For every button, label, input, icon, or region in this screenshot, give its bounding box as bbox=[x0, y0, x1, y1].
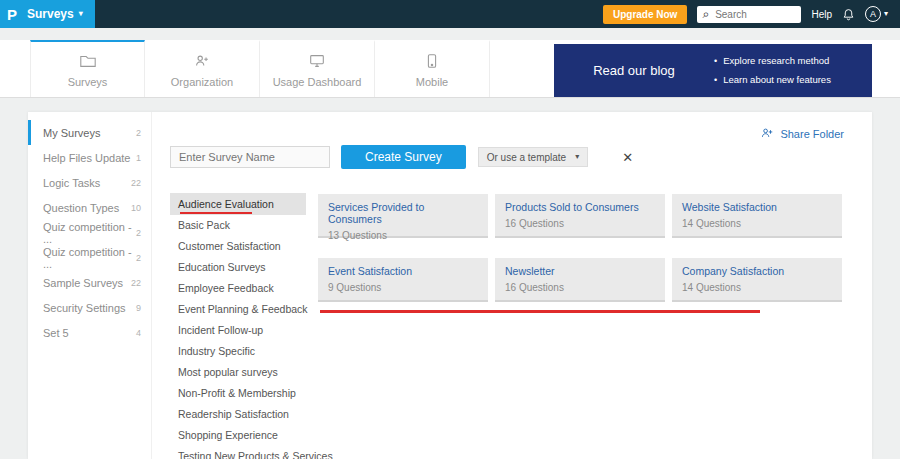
blog-banner[interactable]: Read our blog •Explore research method •… bbox=[554, 44, 872, 97]
banner-bullet: •Explore research method bbox=[714, 52, 831, 70]
folder-count: 2 bbox=[136, 228, 141, 238]
category-basic-pack[interactable]: Basic Pack bbox=[170, 215, 306, 236]
app-logo: P bbox=[0, 6, 24, 23]
template-card[interactable]: Products Sold to Consumers 16 Questions bbox=[495, 194, 665, 238]
tab-mobile[interactable]: Mobile bbox=[375, 40, 490, 97]
template-title: Products Sold to Consumers bbox=[505, 201, 655, 213]
template-title: Event Satisfaction bbox=[328, 265, 478, 277]
category-customer-satisfaction[interactable]: Customer Satisfaction bbox=[170, 236, 306, 257]
folder-count: 9 bbox=[136, 303, 141, 313]
main-panel: My Surveys 2 Help Files Update 1 Logic T… bbox=[28, 112, 872, 459]
template-title: Company Satisfaction bbox=[682, 265, 832, 277]
blog-banner-title: Read our blog bbox=[554, 63, 714, 78]
folder-count: 4 bbox=[136, 328, 141, 338]
tab-label: Organization bbox=[171, 76, 233, 88]
category-shopping-experience[interactable]: Shopping Experience bbox=[170, 425, 306, 446]
folder-count: 22 bbox=[131, 178, 141, 188]
category-incident-follow-up[interactable]: Incident Follow-up bbox=[170, 320, 306, 341]
top-bar-actions: Upgrade Now ⌕ Help A ▾ bbox=[603, 5, 900, 24]
tab-surveys[interactable]: Surveys bbox=[30, 40, 145, 97]
account-menu[interactable]: A ▾ bbox=[865, 6, 888, 22]
template-title: Newsletter bbox=[505, 265, 655, 277]
notification-bell-icon[interactable] bbox=[842, 8, 855, 21]
search-box[interactable]: ⌕ bbox=[697, 6, 801, 23]
template-question-count: 14 Questions bbox=[682, 282, 832, 293]
folder-icon bbox=[79, 52, 97, 70]
surveys-app-menu[interactable]: Surveys ▾ bbox=[27, 7, 83, 21]
create-survey-row: Create Survey Or use a template ▾ ✕ bbox=[170, 145, 633, 169]
template-card[interactable]: Newsletter 16 Questions bbox=[495, 258, 665, 302]
template-category-list: Audience Evaluation Basic Pack Customer … bbox=[170, 193, 306, 459]
tab-organization[interactable]: Organization bbox=[145, 40, 260, 97]
folder-count: 2 bbox=[136, 253, 141, 263]
folder-count: 22 bbox=[131, 278, 141, 288]
bullet-icon: • bbox=[714, 56, 717, 66]
tab-label: Usage Dashboard bbox=[273, 76, 362, 88]
main-content: Share Folder Create Survey Or use a temp… bbox=[152, 112, 872, 459]
sidebar-item-my-surveys[interactable]: My Surveys 2 bbox=[28, 120, 151, 145]
category-non-profit-membership[interactable]: Non-Profit & Membership bbox=[170, 383, 306, 404]
category-readership-satisfaction[interactable]: Readership Satisfaction bbox=[170, 404, 306, 425]
share-folder-button[interactable]: Share Folder bbox=[760, 126, 844, 142]
annotation-underline-category bbox=[180, 212, 252, 214]
template-title: Services Provided to Consumers bbox=[328, 201, 478, 225]
template-card[interactable]: Services Provided to Consumers 13 Questi… bbox=[318, 194, 488, 238]
template-question-count: 14 Questions bbox=[682, 218, 832, 229]
top-bar: P Surveys ▾ Upgrade Now ⌕ Help A ▾ bbox=[0, 0, 900, 28]
template-dropdown-label: Or use a template bbox=[487, 152, 566, 163]
sidebar-item-quiz-competition-2[interactable]: Quiz competition - ... 2 bbox=[28, 245, 151, 270]
avatar: A bbox=[865, 6, 881, 22]
category-event-planning-feedback[interactable]: Event Planning & Feedback bbox=[170, 299, 306, 320]
help-link[interactable]: Help bbox=[811, 9, 832, 20]
share-folder-icon bbox=[760, 126, 774, 142]
tab-label: Surveys bbox=[68, 76, 108, 88]
template-question-count: 16 Questions bbox=[505, 282, 655, 293]
surveys-app-menu-label: Surveys bbox=[27, 7, 74, 21]
sidebar-item-logic-tasks[interactable]: Logic Tasks 22 bbox=[28, 170, 151, 195]
search-icon: ⌕ bbox=[702, 8, 709, 20]
category-testing-new-products[interactable]: Testing New Products & Services bbox=[170, 446, 306, 459]
share-folder-label: Share Folder bbox=[780, 128, 844, 140]
sidebar-item-quiz-competition-1[interactable]: Quiz competition - ... 2 bbox=[28, 220, 151, 245]
template-title: Website Satisfaction bbox=[682, 201, 832, 213]
mobile-icon bbox=[423, 52, 441, 70]
template-card[interactable]: Event Satisfaction 9 Questions bbox=[318, 258, 488, 302]
search-input[interactable] bbox=[713, 8, 791, 21]
template-card[interactable]: Website Satisfaction 14 Questions bbox=[672, 194, 842, 238]
bullet-icon: • bbox=[714, 75, 717, 85]
close-icon[interactable]: ✕ bbox=[622, 150, 633, 165]
create-survey-button[interactable]: Create Survey bbox=[341, 145, 466, 169]
blog-banner-bullets: •Explore research method •Learn about ne… bbox=[714, 52, 831, 88]
chevron-down-icon: ▾ bbox=[575, 153, 579, 161]
app-brand[interactable]: P Surveys ▾ bbox=[0, 0, 95, 28]
sidebar-item-set-5[interactable]: Set 5 4 bbox=[28, 320, 151, 345]
folder-count: 1 bbox=[136, 153, 141, 163]
category-employee-feedback[interactable]: Employee Feedback bbox=[170, 278, 306, 299]
sidebar-item-help-files-update[interactable]: Help Files Update 1 bbox=[28, 145, 151, 170]
survey-name-input[interactable] bbox=[170, 146, 330, 168]
upgrade-now-button[interactable]: Upgrade Now bbox=[603, 5, 687, 24]
tab-usage-dashboard[interactable]: Usage Dashboard bbox=[260, 40, 375, 97]
category-most-popular-surveys[interactable]: Most popular surveys bbox=[170, 362, 306, 383]
template-question-count: 13 Questions bbox=[328, 230, 478, 241]
folders-sidebar: My Surveys 2 Help Files Update 1 Logic T… bbox=[28, 112, 152, 459]
template-question-count: 16 Questions bbox=[505, 218, 655, 229]
category-industry-specific[interactable]: Industry Specific bbox=[170, 341, 306, 362]
template-card[interactable]: Company Satisfaction 14 Questions bbox=[672, 258, 842, 302]
folder-count: 10 bbox=[131, 203, 141, 213]
banner-bullet: •Learn about new features bbox=[714, 71, 831, 89]
template-question-count: 9 Questions bbox=[328, 282, 478, 293]
sidebar-item-sample-surveys[interactable]: Sample Surveys 22 bbox=[28, 270, 151, 295]
sidebar-item-question-types[interactable]: Question Types 10 bbox=[28, 195, 151, 220]
sidebar-item-security-settings[interactable]: Security Settings 9 bbox=[28, 295, 151, 320]
template-dropdown[interactable]: Or use a template ▾ bbox=[478, 147, 589, 167]
template-cards-grid: Services Provided to Consumers 13 Questi… bbox=[318, 194, 842, 302]
secondary-nav: Surveys Organization Usage Dashboard bbox=[0, 40, 900, 98]
annotation-underline-cards bbox=[320, 310, 760, 313]
chevron-down-icon: ▾ bbox=[884, 10, 888, 18]
tab-label: Mobile bbox=[416, 76, 448, 88]
chevron-down-icon: ▾ bbox=[79, 10, 83, 18]
dashboard-icon bbox=[308, 52, 326, 70]
folder-count: 2 bbox=[136, 128, 141, 138]
category-education-surveys[interactable]: Education Surveys bbox=[170, 257, 306, 278]
